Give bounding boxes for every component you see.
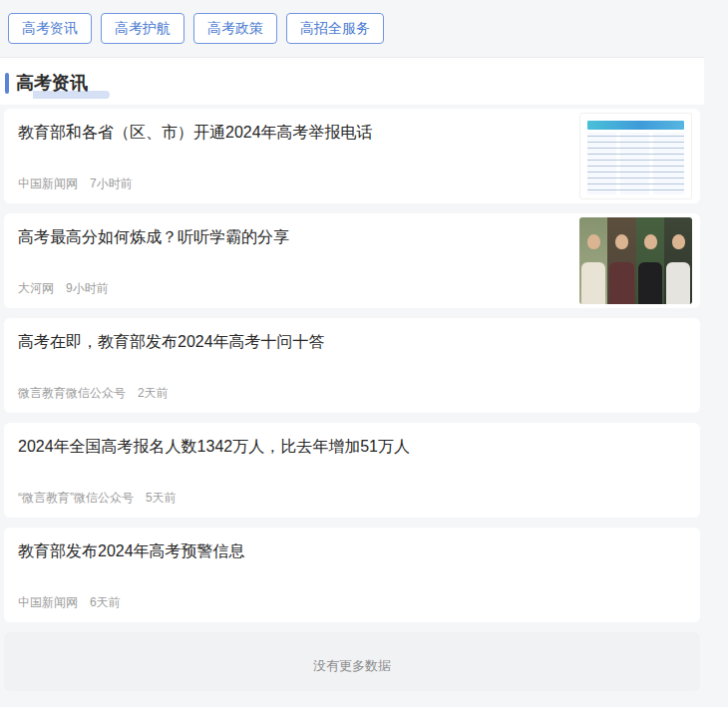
news-item-1[interactable]: 教育部和各省（区、市）开通2024年高考举报电话 中国新闻网 7小时前: [4, 109, 700, 203]
news-title: 教育部和各省（区、市）开通2024年高考举报电话: [18, 122, 570, 144]
news-source: 大河网: [18, 280, 54, 297]
news-time: 2天前: [138, 385, 169, 402]
student-photo-strip: [579, 217, 607, 304]
student-photo-strip: [664, 217, 692, 304]
news-item-4[interactable]: 2024年全国高考报名人数1342万人，比去年增加51万人 “微言教育”微信公众…: [4, 423, 700, 518]
tab-gaozhao-quanfuwu[interactable]: 高招全服务: [286, 13, 384, 44]
page-title: 高考资讯: [16, 71, 88, 95]
news-time: 6天前: [90, 594, 121, 611]
news-item-5[interactable]: 教育部发布2024年高考预警信息 中国新闻网 6天前: [4, 528, 700, 622]
news-item-2[interactable]: 高考最高分如何炼成？听听学霸的分享 大河网 9小时前: [4, 213, 700, 308]
student-torso: [666, 262, 690, 304]
news-source: “微言教育”微信公众号: [18, 490, 134, 507]
news-time: 5天前: [146, 490, 177, 507]
document-table-rows: [587, 133, 684, 194]
no-more-data-message: 没有更多数据: [4, 632, 700, 691]
news-source: 中国新闻网: [18, 176, 78, 192]
news-title: 教育部发布2024年高考预警信息: [18, 540, 680, 562]
news-meta: “微言教育”微信公众号 5天前: [18, 490, 177, 507]
tab-gaokao-zixun[interactable]: 高考资讯: [8, 13, 92, 44]
news-meta: 中国新闻网 7小时前: [18, 176, 133, 192]
news-time: 9小时前: [66, 280, 109, 297]
student-face: [672, 234, 685, 249]
news-meta: 大河网 9小时前: [18, 280, 109, 297]
student-face: [615, 234, 628, 249]
student-photo-strip: [607, 217, 635, 304]
student-torso: [581, 262, 605, 304]
student-torso: [609, 262, 633, 304]
news-meta: 微言教育微信公众号 2天前: [18, 385, 169, 402]
news-thumbnail-table-document: [579, 113, 692, 199]
news-title: 高考在即，教育部发布2024年高考十问十答: [18, 331, 680, 353]
tab-gaokao-huhang[interactable]: 高考护航: [101, 13, 184, 44]
document-header-band: [587, 121, 684, 130]
news-source: 中国新闻网: [18, 594, 78, 611]
news-title: 2024年全国高考报名人数1342万人，比去年增加51万人: [18, 436, 680, 458]
news-thumbnail-students-photo: [579, 217, 692, 304]
news-source: 微言教育微信公众号: [18, 385, 126, 402]
section-header: 高考资讯: [0, 57, 704, 105]
tab-gaokao-zhengce[interactable]: 高考政策: [193, 13, 277, 44]
student-torso: [638, 262, 662, 304]
news-meta: 中国新闻网 6天前: [18, 594, 121, 611]
student-face: [587, 234, 600, 249]
news-time: 7小时前: [90, 176, 133, 192]
title-accent-bar: [5, 73, 9, 94]
student-photo-strip: [636, 217, 664, 304]
news-title: 高考最高分如何炼成？听听学霸的分享: [18, 226, 570, 248]
category-tabbar: 高考资讯 高考护航 高考政策 高招全服务: [0, 0, 728, 57]
news-item-3[interactable]: 高考在即，教育部发布2024年高考十问十答 微言教育微信公众号 2天前: [4, 318, 700, 413]
student-face: [644, 234, 657, 249]
news-list: 教育部和各省（区、市）开通2024年高考举报电话 中国新闻网 7小时前 高考最高…: [0, 105, 728, 691]
